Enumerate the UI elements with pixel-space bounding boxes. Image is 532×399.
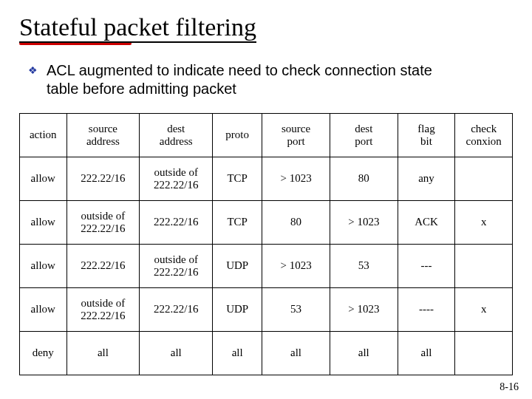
slide-title: Stateful packet filtering xyxy=(19,13,256,43)
cell: outside of222.22/16 xyxy=(66,288,140,332)
cell-check: x xyxy=(455,288,513,332)
cell: ---- xyxy=(398,288,455,332)
th-check-conxion: checkconxion xyxy=(455,114,513,157)
cell: outside of222.22/16 xyxy=(140,245,213,288)
cell: allow xyxy=(20,288,67,332)
cell: TCP xyxy=(213,201,262,245)
cell: 80 xyxy=(262,201,330,245)
cell: 222.22/16 xyxy=(66,245,140,288)
bullet-item: ❖ ACL augmented to indicate need to chec… xyxy=(28,61,513,98)
cell: all xyxy=(213,332,262,375)
diamond-bullet-icon: ❖ xyxy=(28,64,38,76)
th-source-addr: sourceaddress xyxy=(66,114,140,157)
table-row: allow outside of222.22/16 222.22/16 UDP … xyxy=(20,288,513,332)
th-source-port: sourceport xyxy=(262,114,330,157)
cell: UDP xyxy=(213,245,262,288)
cell: 222.22/16 xyxy=(66,157,140,201)
th-flag-bit: flagbit xyxy=(398,114,455,157)
cell: all xyxy=(398,332,455,375)
cell-check xyxy=(455,245,513,288)
cell: ACK xyxy=(398,201,455,245)
cell: any xyxy=(398,157,455,201)
cell-check xyxy=(455,157,513,201)
cell: UDP xyxy=(213,288,262,332)
cell: --- xyxy=(398,245,455,288)
cell: 222.22/16 xyxy=(140,201,213,245)
cell: all xyxy=(140,332,213,375)
cell: deny xyxy=(20,332,67,375)
table-row: allow outside of222.22/16 222.22/16 TCP … xyxy=(20,201,513,245)
cell: > 1023 xyxy=(262,157,330,201)
bullet-text: ACL augmented to indicate need to check … xyxy=(47,61,446,98)
cell: > 1023 xyxy=(330,288,398,332)
table-body: allow 222.22/16 outside of222.22/16 TCP … xyxy=(20,157,513,375)
cell: 80 xyxy=(330,157,398,201)
cell: outside of222.22/16 xyxy=(140,157,213,201)
table-row: deny all all all all all all xyxy=(20,332,513,375)
cell: 53 xyxy=(262,288,330,332)
cell-check xyxy=(455,332,513,375)
cell: allow xyxy=(20,201,67,245)
cell-check: x xyxy=(455,201,513,245)
table-row: allow 222.22/16 outside of222.22/16 UDP … xyxy=(20,245,513,288)
th-action: action xyxy=(20,114,67,157)
table-row: allow 222.22/16 outside of222.22/16 TCP … xyxy=(20,157,513,201)
cell: all xyxy=(66,332,140,375)
acl-table: action sourceaddress destaddress proto s… xyxy=(19,113,513,375)
cell: > 1023 xyxy=(262,245,330,288)
cell: all xyxy=(330,332,398,375)
cell: TCP xyxy=(213,157,262,201)
slide-number: 8-16 xyxy=(499,381,519,393)
cell: allow xyxy=(20,245,67,288)
cell: 53 xyxy=(330,245,398,288)
cell: 222.22/16 xyxy=(140,288,213,332)
table-header: action sourceaddress destaddress proto s… xyxy=(20,114,513,157)
cell: all xyxy=(262,332,330,375)
cell: allow xyxy=(20,157,67,201)
th-dest-port: destport xyxy=(330,114,398,157)
slide: Stateful packet filtering ❖ ACL augmente… xyxy=(0,0,532,399)
th-proto: proto xyxy=(213,114,262,157)
cell: outside of222.22/16 xyxy=(66,201,140,245)
cell: > 1023 xyxy=(330,201,398,245)
table-header-row: action sourceaddress destaddress proto s… xyxy=(20,114,513,157)
th-dest-addr: destaddress xyxy=(140,114,213,157)
